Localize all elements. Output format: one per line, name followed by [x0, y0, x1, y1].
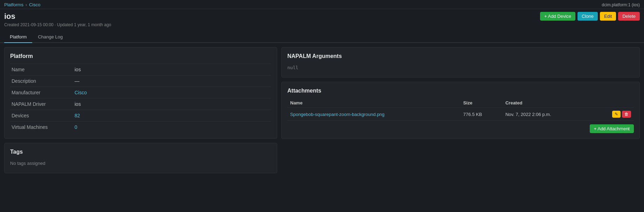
trash-icon: 🗑 [624, 112, 629, 117]
instance-info: dcim.platform:1 (ios) [602, 2, 640, 7]
edit-button[interactable]: Edit [600, 12, 616, 21]
page-title: ios [4, 12, 111, 21]
attachment-created-cell: Nov. 7, 2022 2:06 p.m. [503, 108, 592, 121]
table-row: NAPALM Driver ios [10, 98, 271, 110]
field-value-napalm-driver: ios [73, 98, 271, 110]
action-buttons: + Add Device Clone Edit Delete [540, 12, 640, 21]
top-bar: Platforms › Cisco dcim.platform:1 (ios) [0, 0, 644, 9]
field-value-virtual-machines: 0 [73, 122, 271, 133]
tab-change-log[interactable]: Change Log [32, 31, 68, 43]
field-value-description: — [73, 75, 271, 87]
field-label-manufacturer: Manufacturer [10, 87, 73, 98]
edit-attachment-button[interactable]: ✎ [612, 111, 621, 118]
table-row: Virtual Machines 0 [10, 122, 271, 133]
field-label-name: Name [10, 64, 73, 75]
page-title-area: ios Created 2021-09-15 00:00 · Updated 1… [4, 12, 111, 27]
manufacturer-link[interactable]: Cisco [75, 90, 87, 95]
tab-platform[interactable]: Platform [4, 31, 32, 43]
attachments-header-row: Name Size Created [287, 98, 634, 108]
field-value-devices: 82 [73, 110, 271, 122]
attachment-actions-cell: ✎ 🗑 [592, 108, 634, 121]
tags-card: Tags No tags assigned [4, 143, 277, 173]
field-label-description: Description [10, 75, 73, 87]
breadcrumb-platforms[interactable]: Platforms [4, 2, 23, 7]
add-attachment-button[interactable]: + Add Attachment [590, 124, 634, 133]
table-row: Manufacturer Cisco [10, 87, 271, 98]
main-content: Platform Name ios Description — Manufact… [0, 43, 644, 177]
table-row: Description — [10, 75, 271, 87]
platform-table: Name ios Description — Manufacturer Cisc… [10, 64, 271, 133]
page-meta: Created 2021-09-15 00:00 · Updated 1 yea… [4, 22, 111, 27]
tabs: Platform Change Log [0, 31, 644, 43]
virtual-machines-link[interactable]: 0 [75, 124, 77, 130]
napalm-card-title: NAPALM Arguments [287, 53, 634, 59]
right-column: NAPALM Arguments null Attachments Name S… [281, 47, 640, 173]
field-label-napalm-driver: NAPALM Driver [10, 98, 73, 110]
devices-link[interactable]: 82 [75, 113, 80, 118]
attachments-card-title: Attachments [287, 88, 634, 94]
attachment-row-actions: ✎ 🗑 [594, 111, 631, 118]
platform-card-title: Platform [10, 53, 271, 59]
breadcrumb-cisco[interactable]: Cisco [29, 2, 41, 7]
attachment-size-cell: 776.5 KB [461, 108, 503, 121]
platform-card: Platform Name ios Description — Manufact… [4, 47, 277, 139]
field-value-name: ios [73, 64, 271, 75]
attachments-card: Attachments Name Size Created Spongebob-… [281, 82, 640, 139]
napalm-card: NAPALM Arguments null [281, 47, 640, 78]
napalm-value: null [287, 64, 634, 72]
field-label-virtual-machines: Virtual Machines [10, 122, 73, 133]
tags-card-title: Tags [10, 149, 271, 155]
clone-button[interactable]: Clone [578, 12, 598, 21]
attachment-row: Spongebob-squarepant-zoom-background.png… [287, 108, 634, 121]
col-header-actions [592, 98, 634, 108]
delete-button[interactable]: Delete [618, 12, 640, 21]
pencil-icon: ✎ [615, 112, 618, 117]
add-attachment-row: + Add Attachment [287, 121, 634, 133]
col-header-created: Created [503, 98, 592, 108]
no-tags-message: No tags assigned [10, 159, 271, 167]
attachments-table: Name Size Created Spongebob-squarepant-z… [287, 98, 634, 121]
attachment-name-cell: Spongebob-squarepant-zoom-background.png [287, 108, 461, 121]
breadcrumb: Platforms › Cisco [4, 2, 40, 7]
delete-attachment-button[interactable]: 🗑 [622, 111, 631, 118]
breadcrumb-separator: › [26, 2, 27, 7]
page-header: ios Created 2021-09-15 00:00 · Updated 1… [0, 9, 644, 29]
col-header-name: Name [287, 98, 461, 108]
table-row: Name ios [10, 64, 271, 75]
table-row: Devices 82 [10, 110, 271, 122]
field-value-manufacturer: Cisco [73, 87, 271, 98]
left-column: Platform Name ios Description — Manufact… [4, 47, 277, 173]
add-device-button[interactable]: + Add Device [540, 12, 575, 21]
col-header-size: Size [461, 98, 503, 108]
field-label-devices: Devices [10, 110, 73, 122]
attachment-name-link[interactable]: Spongebob-squarepant-zoom-background.png [290, 112, 385, 117]
